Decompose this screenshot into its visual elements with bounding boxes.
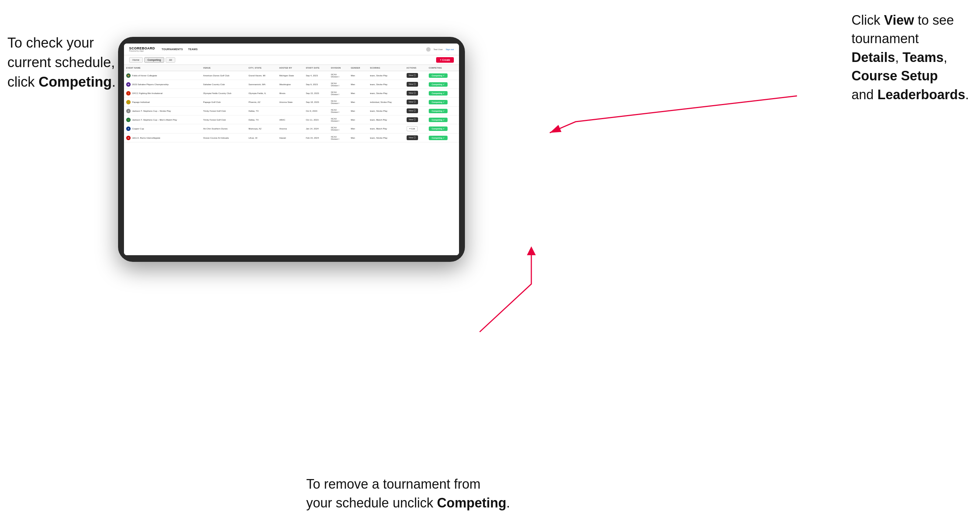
start-date-cell: Oct 9, 2023	[304, 106, 329, 116]
city-state-cell: Dallas, TX	[246, 116, 277, 124]
competing-button[interactable]: Competing ✓	[429, 136, 447, 140]
scoring-cell: team, Stroke Play	[368, 71, 404, 80]
view-button[interactable]: View ⓘ	[407, 91, 418, 95]
col-city-state: CITY, STATE	[246, 65, 277, 71]
table-header-row: EVENT NAME VENUE CITY, STATE HOSTED BY S…	[124, 65, 459, 71]
event-name-cell: ACopper Cup	[124, 124, 201, 133]
col-actions: ACTIONS	[404, 65, 426, 71]
event-name-cell: 🌿Jackson T. Stephens Cup – Men's Match P…	[124, 116, 201, 124]
col-division: DIVISION	[329, 65, 349, 71]
scoring-cell: team, Match Play	[368, 124, 404, 133]
event-name-cell: HJohn A. Burns Intercollegiate	[124, 133, 201, 142]
view-button[interactable]: View ⓘ	[407, 135, 418, 140]
competing-cell: Competing ✓	[426, 89, 459, 98]
signout-link[interactable]: Sign out	[446, 48, 454, 51]
tablet-shell: SCOREBOARD Powered by clippi TOURNAMENTS…	[118, 37, 465, 262]
competing-cell: Competing ✓	[426, 71, 459, 80]
view-button[interactable]: View ⓘ	[407, 117, 418, 122]
view-button[interactable]: View ⓘ	[407, 108, 418, 113]
competing-button[interactable]: Competing ✓	[429, 82, 447, 87]
col-scoring: SCORING	[368, 65, 404, 71]
competing-button[interactable]: Competing ✓	[429, 73, 447, 78]
scoring-cell: team, Match Play	[368, 116, 404, 124]
annotation-top-right: Click View to see tournament Details, Te…	[851, 11, 969, 104]
annotation-line2: current schedule,	[7, 55, 115, 70]
start-date-cell: Oct 11, 2023	[304, 116, 329, 124]
venue-cell: Olympia Fields Country Club	[201, 89, 246, 98]
view-button[interactable]: View ⓘ	[407, 100, 418, 104]
division-cell: NCAA Division I	[329, 80, 349, 89]
gender-cell: Men	[349, 71, 368, 80]
event-name: Copper Cup	[132, 128, 144, 130]
venue-cell: Papago Golf Club	[201, 98, 246, 106]
venue-cell: American Dunes Golf Club	[201, 71, 246, 80]
division-cell: NCAA Division I	[329, 106, 349, 116]
competing-button[interactable]: Competing ✓	[429, 127, 447, 131]
hosted-by-cell: Arizona	[277, 124, 304, 133]
division-cell: NCAA Division I	[329, 98, 349, 106]
start-date-cell: Sep 9, 2023	[304, 80, 329, 89]
competing-cell: Competing ✓	[426, 124, 459, 133]
venue-cell: Trinity Forest Golf Club	[201, 106, 246, 116]
filter-bar: Home Competing All + Create	[124, 55, 459, 65]
nav-links: TOURNAMENTS TEAMS	[162, 48, 420, 51]
city-state-cell: Dallas, TX	[246, 106, 277, 116]
event-name-cell: W2023 Sahalee Players Championship	[124, 80, 201, 89]
table-row: 🦁Folds of Honor CollegiateAmerican Dunes…	[124, 71, 459, 80]
division-cell: NCAA Division I	[329, 89, 349, 98]
event-name: 2023 Sahalee Players Championship	[132, 83, 169, 86]
filter-tabs: Home Competing All	[129, 57, 175, 63]
actions-cell: View ⓘ	[404, 116, 426, 124]
competing-cell: Competing ✓	[426, 133, 459, 142]
tab-all[interactable]: All	[165, 57, 175, 63]
edit-button[interactable]: ✏ Edit	[407, 126, 418, 131]
start-date-cell: Sep 4, 2023	[304, 71, 329, 80]
competing-button[interactable]: Competing ✓	[429, 109, 447, 113]
user-name: Test User	[434, 48, 443, 51]
create-button[interactable]: + Create	[436, 57, 454, 63]
tab-home[interactable]: Home	[129, 57, 143, 63]
table-row: ACopper CupAk-Chin Southern DunesMaricop…	[124, 124, 459, 133]
event-name: Papago Individual	[132, 101, 150, 103]
col-hosted-by: HOSTED BY	[277, 65, 304, 71]
annotation-top-left: To check your current schedule, click Co…	[7, 33, 116, 92]
start-date-cell: Feb 15, 2024	[304, 133, 329, 142]
gender-cell: Men	[349, 116, 368, 124]
city-state-cell: Phoenix, AZ	[246, 98, 277, 106]
start-date-cell: Jan 14, 2024	[304, 124, 329, 133]
hosted-by-cell: Michigan State	[277, 71, 304, 80]
nav-tournaments[interactable]: TOURNAMENTS	[162, 48, 183, 51]
logo-sub-text: Powered by clippi	[129, 50, 155, 52]
city-state-cell: Sammamish, WA	[246, 80, 277, 89]
tab-competing[interactable]: Competing	[144, 57, 165, 63]
view-button[interactable]: View ⓘ	[407, 82, 418, 87]
event-name-cell: JJackson T. Stephens Cup – Stroke Play	[124, 106, 201, 116]
venue-cell: Trinity Forest Golf Club	[201, 116, 246, 124]
actions-cell: View ⓘ	[404, 98, 426, 106]
competing-button[interactable]: Competing ✓	[429, 117, 447, 122]
gender-cell: Men	[349, 106, 368, 116]
table-row: JJackson T. Stephens Cup – Stroke PlayTr…	[124, 106, 459, 116]
nav-bar: SCOREBOARD Powered by clippi TOURNAMENTS…	[124, 43, 459, 55]
scoring-cell: team, Stroke Play	[368, 133, 404, 142]
scoring-cell: team, Stroke Play	[368, 89, 404, 98]
gender-cell: Men	[349, 80, 368, 89]
competing-cell: Competing ✓	[426, 98, 459, 106]
annotation-line1: To check your	[7, 35, 94, 51]
competing-cell: Competing ✓	[426, 106, 459, 116]
table-row: HJohn A. Burns IntercollegiateOcean Cour…	[124, 133, 459, 142]
tournaments-table-container: EVENT NAME VENUE CITY, STATE HOSTED BY S…	[124, 65, 459, 255]
actions-cell: View ⓘ	[404, 89, 426, 98]
view-button[interactable]: View ⓘ	[407, 73, 418, 78]
nav-right: Test User Sign out	[426, 47, 454, 52]
competing-button[interactable]: Competing ✓	[429, 100, 447, 104]
competing-button[interactable]: Competing ✓	[429, 91, 447, 95]
annotation-line3: click Competing.	[7, 74, 116, 90]
division-cell: NCAA Division I	[329, 116, 349, 124]
division-cell: NCAA Division I	[329, 133, 349, 142]
scoreboard-logo: SCOREBOARD Powered by clippi	[129, 47, 155, 52]
user-avatar	[426, 47, 431, 52]
nav-teams[interactable]: TEAMS	[188, 48, 198, 51]
hosted-by-cell: Washington	[277, 80, 304, 89]
hosted-by-cell	[277, 106, 304, 116]
